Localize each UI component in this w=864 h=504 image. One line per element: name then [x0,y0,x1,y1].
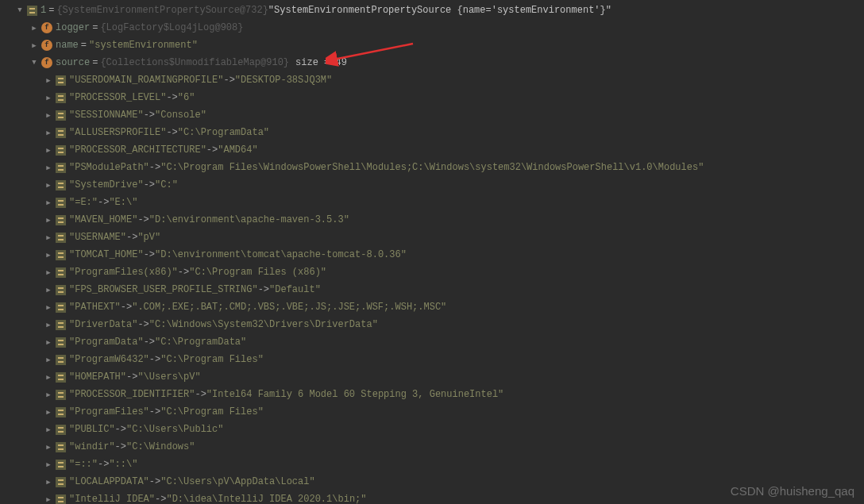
entry-icon [56,390,66,400]
expand-icon[interactable]: ▶ [43,249,54,260]
tree-row-entry[interactable]: ▶"PROCESSOR_IDENTIFIER" -> "Intel64 Fami… [0,386,864,403]
map-key: "IntelliJ IDEA" [69,494,155,504]
object-value: "SystemEnvironmentPropertySource {name='… [268,5,611,16]
map-arrow: -> [137,214,148,225]
entry-icon [56,320,66,330]
tree-row-entry[interactable]: ▶"PROCESSOR_LEVEL" -> "6" [0,89,864,106]
tree-row-entry[interactable]: ▶"PSModulePath" -> "C:\Program Files\Win… [0,159,864,176]
expand-icon[interactable]: ▶ [43,197,54,208]
tree-row-entry[interactable]: ▶"DriverData" -> "C:\Windows\System32\Dr… [0,316,864,333]
map-arrow: -> [149,354,160,365]
map-key: "ALLUSERSPROFILE" [69,127,166,138]
entry-icon [56,285,66,295]
tree-row-entry[interactable]: ▶"PROCESSOR_ARCHITECTURE" -> "AMD64" [0,141,864,159]
map-arrow: -> [149,406,160,417]
expand-icon[interactable]: ▶ [43,75,54,86]
tree-row-entry[interactable]: ▶"FPS_BROWSER_USER_PROFILE_STRING" -> "D… [0,281,864,298]
tree-row-root[interactable]: ▼1 = {SystemEnvironmentPropertySource@73… [0,2,864,19]
map-value: "C:\Users\Public" [126,424,223,435]
expand-icon[interactable]: ▶ [43,179,54,190]
map-arrow: -> [115,424,126,435]
tree-row-entry[interactable]: ▶"TOMCAT_HOME" -> "D:\environment\tomcat… [0,246,864,264]
tree-row-entry[interactable]: ▶"PUBLIC" -> "C:\Users\Public" [0,421,864,438]
entry-icon [56,355,66,365]
expand-icon[interactable]: ▼ [29,57,40,68]
expand-icon[interactable]: ▶ [43,337,54,348]
expand-icon[interactable]: ▶ [43,406,54,417]
field-icon: f [41,40,52,51]
entry-icon [56,477,66,487]
expand-icon[interactable]: ▶ [29,40,40,51]
expand-icon[interactable]: ▶ [43,494,54,504]
map-arrow: -> [206,144,218,156]
tree-row-entry[interactable]: ▶"ProgramW6432" -> "C:\Program Files" [0,351,864,368]
entry-icon [56,302,66,313]
map-value: "::\" [109,459,137,470]
expand-icon[interactable]: ▶ [43,476,54,487]
map-key: "ProgramW6432" [69,354,149,365]
tree-row-entry[interactable]: ▶"PATHEXT" -> ".COM;.EXE;.BAT;.CMD;.VBS;… [0,298,864,316]
map-value: "C:\Program Files" [160,406,264,417]
map-key: "PROCESSOR_LEVEL" [69,92,166,103]
entry-icon [56,372,66,383]
expand-icon[interactable]: ▶ [43,162,54,173]
expand-icon[interactable]: ▶ [43,232,54,243]
expand-icon[interactable]: ▶ [43,459,54,470]
tree-row-entry[interactable]: ▶"USERNAME" -> "pV" [0,229,864,246]
map-value: "6" [178,92,195,103]
entry-icon [56,233,66,243]
tree-row-entry[interactable]: ▶"ProgramData" -> "C:\ProgramData" [0,333,864,351]
tree-row-entry[interactable]: ▶"MAVEN_HOME" -> "D:\environment\apache-… [0,211,864,229]
size-label: size = 49 [295,57,347,68]
map-value: "C:\Users\pV\AppData\Local" [160,476,314,487]
expand-icon[interactable]: ▶ [29,22,40,33]
expand-icon[interactable]: ▶ [43,267,54,278]
tree-row-entry[interactable]: ▶"=E:" -> "E:\" [0,194,864,211]
map-key: "ProgramFiles" [69,406,149,417]
tree-row-entry[interactable]: ▶"SESSIONNAME" -> "Console" [0,106,864,124]
expand-icon[interactable]: ▶ [43,389,54,400]
expand-icon[interactable]: ▶ [43,319,54,330]
map-key: "ProgramData" [69,337,144,348]
entry-icon [56,460,66,470]
expand-icon[interactable]: ▶ [43,92,54,103]
tree-row-entry[interactable]: ▶"HOMEPATH" -> "\Users\pV" [0,368,864,386]
expand-icon[interactable]: ▶ [43,214,54,225]
tree-row-entry[interactable]: ▶"ProgramFiles(x86)" -> "C:\Program File… [0,264,864,281]
map-arrow: -> [258,284,269,295]
map-value: "D:\environment\tomcat\apache-tomcat-8.0… [155,249,407,260]
expand-icon[interactable]: ▶ [43,110,54,121]
entry-icon [56,180,66,190]
tree-row-entry[interactable]: ▶"windir" -> "C:\Windows" [0,438,864,456]
expand-icon[interactable]: ▶ [43,302,54,313]
map-arrow: -> [178,267,189,278]
entry-icon [56,425,66,435]
expand-icon[interactable]: ▶ [43,144,54,156]
expand-icon[interactable]: ▶ [43,371,54,383]
expand-icon[interactable]: ▶ [43,424,54,435]
tree-row-name[interactable]: ▶fname = "systemEnvironment" [0,37,864,54]
expand-icon[interactable]: ▶ [43,354,54,365]
tree-row-entry[interactable]: ▶"=::" -> "::\" [0,456,864,473]
map-key: "ProgramFiles(x86)" [69,267,178,278]
expand-icon[interactable]: ▶ [43,284,54,295]
expand-icon[interactable]: ▼ [14,5,25,16]
expand-icon[interactable]: ▶ [43,127,54,138]
entry-icon [56,407,66,417]
tree-row-entry[interactable]: ▶"ProgramFiles" -> "C:\Program Files" [0,403,864,421]
tree-row-entry[interactable]: ▶"USERDOMAIN_ROAMINGPROFILE" -> "DESKTOP… [0,71,864,89]
tree-row-entry[interactable]: ▶"ALLUSERSPROFILE" -> "C:\ProgramData" [0,124,864,141]
map-value: "E:\" [109,197,137,208]
watermark: CSDN @huisheng_qaq [731,484,854,498]
map-key: "PUBLIC" [69,424,115,435]
map-value: "Intel64 Family 6 Model 60 Stepping 3, G… [206,389,503,400]
expand-icon[interactable]: ▶ [43,441,54,452]
field-name: name [56,40,79,51]
tree-row-source[interactable]: ▼fsource = {Collections$UnmodifiableMap@… [0,54,864,71]
tree-row-logger[interactable]: ▶flogger = {LogFactory$Log4jLog@908} [0,19,864,37]
field-value: "systemEnvironment" [89,40,198,51]
map-value: "Console" [155,110,206,121]
map-key: "LOCALAPPDATA" [69,476,149,487]
tree-row-entry[interactable]: ▶"SystemDrive" -> "C:" [0,176,864,194]
map-value: "C:\Program Files\WindowsPowerShell\Modu… [160,162,704,173]
